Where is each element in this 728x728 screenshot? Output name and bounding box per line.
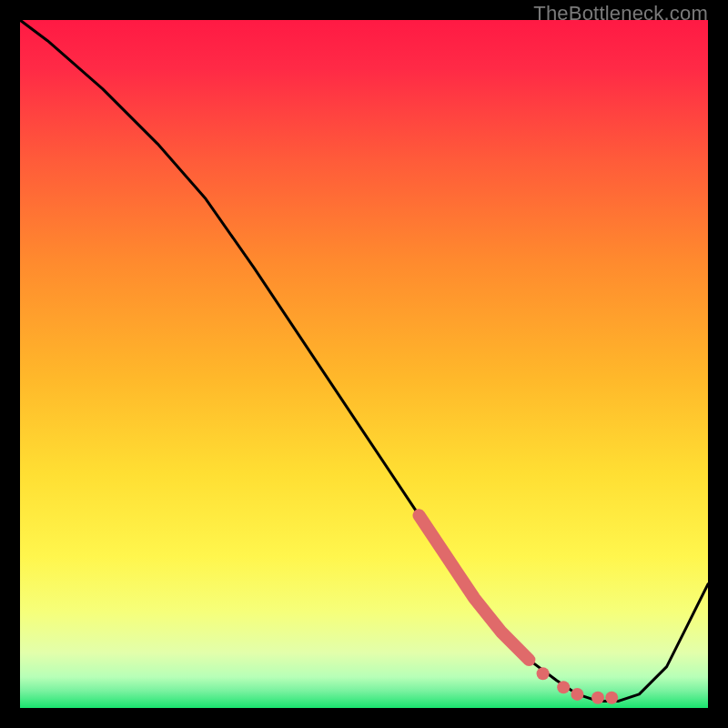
valley-marker <box>592 692 604 704</box>
valley-marker <box>537 667 550 680</box>
gradient-background <box>20 20 708 708</box>
chart-stage: TheBottleneck.com <box>0 0 728 728</box>
bottleneck-chart <box>20 20 708 708</box>
valley-marker <box>605 692 618 704</box>
valley-marker <box>571 688 583 701</box>
valley-marker <box>557 681 570 693</box>
watermark-text: TheBottleneck.com <box>533 2 708 25</box>
